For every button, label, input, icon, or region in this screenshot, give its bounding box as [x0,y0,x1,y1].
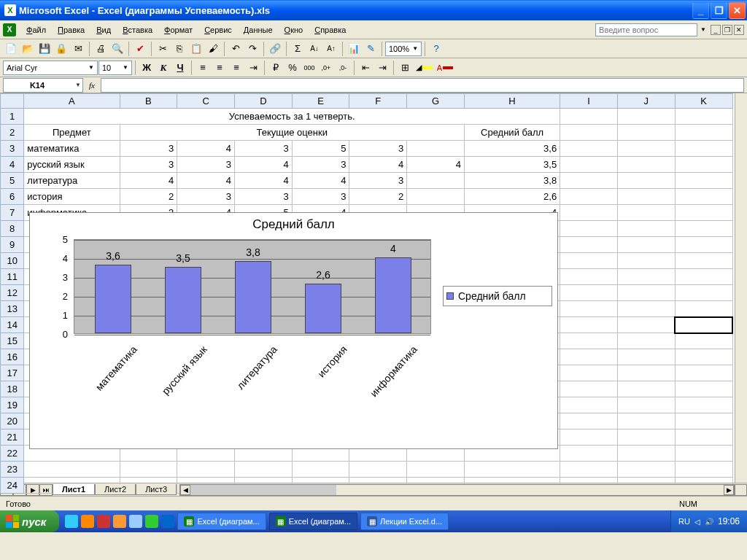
cell-B5[interactable]: 4 [120,173,177,189]
cell-A2[interactable]: Предмет [24,125,120,141]
cell-F6[interactable]: 2 [349,189,407,205]
fx-button[interactable]: fx [89,81,95,90]
cell-K13[interactable] [675,301,732,317]
ql-icon[interactable] [97,515,110,528]
vertical-scrollbar[interactable] [735,93,747,483]
cell-J15[interactable] [617,333,675,349]
cell-J2[interactable] [617,125,675,141]
ql-icon[interactable] [65,515,78,528]
cell-J10[interactable] [617,253,675,269]
cell-G3[interactable] [407,141,465,157]
row-header-5[interactable]: 5 [1,173,24,189]
cell-I2[interactable] [560,125,618,141]
ql-icon[interactable] [161,515,174,528]
row-header-19[interactable]: 19 [1,397,24,413]
mdi-minimize-button[interactable]: _ [711,25,721,35]
sort-desc-button[interactable]: A↑ [323,41,339,57]
cell-I3[interactable] [560,141,618,157]
cell-K22[interactable] [675,446,732,462]
align-center-button[interactable]: ≡ [212,60,228,76]
formula-input[interactable] [101,78,744,93]
cell-G23[interactable] [407,462,465,478]
cell-J14[interactable] [617,317,675,333]
cell-B23[interactable] [120,462,177,478]
cell-I19[interactable] [560,397,618,413]
ql-icon[interactable] [81,515,94,528]
cell-K16[interactable] [675,349,732,365]
cell-K12[interactable] [675,285,732,301]
cell-J17[interactable] [617,365,675,381]
bold-button[interactable]: Ж [139,60,155,76]
cell-K17[interactable] [675,365,732,381]
decrease-decimal-button[interactable]: ,0- [335,60,351,76]
cell-H6[interactable]: 2,6 [464,189,560,205]
percent-button[interactable]: % [285,60,301,76]
excel-doc-icon[interactable]: X [3,23,16,36]
cell-K5[interactable] [675,173,732,189]
cell-J5[interactable] [617,173,675,189]
menu-Файл[interactable]: Файл [20,23,52,36]
col-header-B[interactable]: B [120,94,177,109]
ql-icon[interactable] [145,515,158,528]
horizontal-scrollbar[interactable]: ◀ ▶ [179,484,735,496]
cell-A6[interactable]: история [24,189,120,205]
borders-button[interactable]: ⊞ [397,60,413,76]
row-header-4[interactable]: 4 [1,157,24,173]
font-color-button[interactable]: A [435,60,455,76]
undo-button[interactable]: ↶ [228,41,244,57]
cell-I11[interactable] [560,269,618,285]
cell-J23[interactable] [617,462,675,478]
cell-K14[interactable] [675,317,732,333]
cell-I8[interactable] [560,221,618,237]
row-header-13[interactable]: 13 [1,301,24,317]
menu-Правка[interactable]: Правка [52,23,90,36]
italic-button[interactable]: К [155,60,171,76]
cell-I10[interactable] [560,253,618,269]
cell-I15[interactable] [560,333,618,349]
row-header-24[interactable]: 24 [1,478,24,494]
row-header-23[interactable]: 23 [1,462,24,478]
taskbar-button[interactable]: ▦Excel (диаграм... [177,513,266,530]
cell-F5[interactable]: 3 [349,173,407,189]
row-header-10[interactable]: 10 [1,253,24,269]
font-size-select[interactable]: 10▼ [98,61,132,75]
cell-H4[interactable]: 3,5 [464,157,560,173]
cell-K18[interactable] [675,381,732,397]
quick-launch[interactable] [65,515,174,528]
row-header-21[interactable]: 21 [1,429,24,446]
name-box[interactable]: K14▼ [3,78,83,93]
help-button[interactable]: ? [428,41,444,57]
cell-I12[interactable] [560,285,618,301]
cell-J3[interactable] [617,141,675,157]
autosum-button[interactable]: Σ [290,41,306,57]
merge-center-button[interactable]: ⇥ [245,60,261,76]
help-search[interactable] [595,23,697,36]
hyperlink-button[interactable]: 🔗 [267,41,283,57]
cell-K3[interactable] [675,141,732,157]
spelling-button[interactable]: ✔ [132,41,148,57]
cell-I16[interactable] [560,349,618,365]
ql-icon[interactable] [113,515,126,528]
cell-F3[interactable]: 3 [349,141,407,157]
cell-E4[interactable]: 3 [292,157,349,173]
cell-J11[interactable] [617,269,675,285]
row-header-16[interactable]: 16 [1,349,24,365]
email-button[interactable]: ✉ [70,41,86,57]
cell-K23[interactable] [675,462,732,478]
increase-indent-button[interactable]: ⇥ [374,60,390,76]
print-preview-button[interactable]: 🔍 [109,41,125,57]
chart-wizard-button[interactable]: 📊 [346,41,362,57]
cell-J22[interactable] [617,446,675,462]
cell-J21[interactable] [617,429,675,446]
mdi-close-button[interactable]: ✕ [734,25,744,35]
scroll-right-icon[interactable]: ▶ [724,485,734,495]
row-header-12[interactable]: 12 [1,285,24,301]
new-button[interactable]: 📄 [3,41,19,57]
menu-Вставка[interactable]: Вставка [117,23,158,36]
tray-icon[interactable]: 🔊 [705,518,713,526]
cell-B2[interactable]: Текущие оценки [120,125,464,141]
cell-D3[interactable]: 3 [235,141,293,157]
cell-E6[interactable]: 3 [292,189,349,205]
cell-A3[interactable]: математика [24,141,120,157]
row-header-7[interactable]: 7 [1,205,24,221]
